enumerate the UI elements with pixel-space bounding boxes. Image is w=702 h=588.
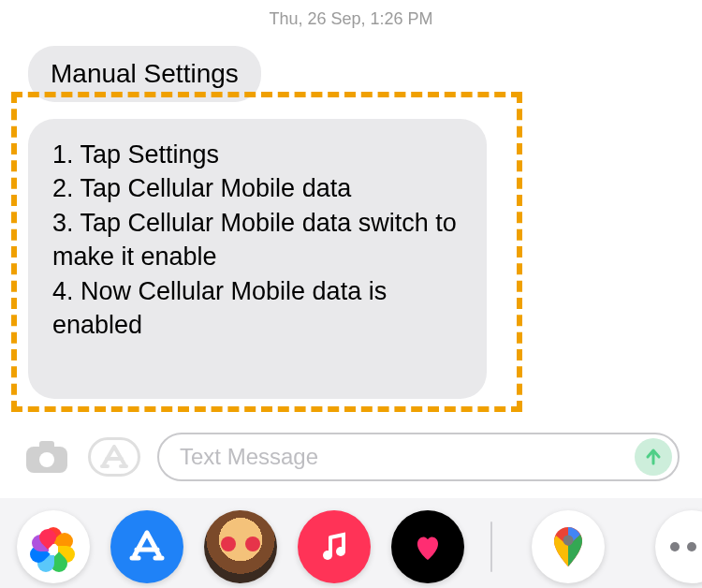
dock-app-photos[interactable] bbox=[17, 510, 90, 583]
svg-rect-1 bbox=[39, 441, 54, 450]
dock-separator bbox=[490, 522, 492, 572]
dock-app-memoji[interactable] bbox=[204, 510, 277, 583]
send-button[interactable] bbox=[635, 438, 672, 476]
heart-icon bbox=[409, 528, 446, 566]
music-note-icon bbox=[317, 530, 351, 564]
conversation-timestamp: Thu, 26 Sep, 1:26 PM bbox=[0, 0, 702, 29]
arrow-up-icon bbox=[643, 447, 664, 467]
compose-input[interactable]: Text Message bbox=[157, 433, 680, 481]
dock-app-health[interactable] bbox=[391, 510, 464, 583]
compose-row: Text Message bbox=[0, 429, 702, 485]
map-pin-icon bbox=[551, 525, 585, 568]
camera-icon[interactable] bbox=[22, 437, 71, 477]
svg-point-3 bbox=[323, 551, 332, 560]
dock-app-more[interactable] bbox=[655, 510, 702, 583]
message-bubble-title[interactable]: Manual Settings bbox=[28, 46, 261, 102]
message-bubble-steps[interactable]: 1. Tap Settings 2. Tap Cellular Mobile d… bbox=[28, 119, 487, 399]
appstore-icon bbox=[127, 527, 167, 566]
message-steps-text: 1. Tap Settings 2. Tap Cellular Mobile d… bbox=[52, 140, 457, 339]
message-title-text: Manual Settings bbox=[51, 59, 239, 88]
svg-point-2 bbox=[39, 452, 54, 467]
dock-app-music[interactable] bbox=[298, 510, 371, 583]
app-dock bbox=[0, 498, 702, 588]
memoji-icon bbox=[221, 537, 260, 551]
compose-placeholder: Text Message bbox=[180, 444, 318, 470]
app-drawer-icon[interactable] bbox=[88, 437, 140, 477]
more-icon bbox=[670, 542, 702, 551]
dock-app-googlemaps[interactable] bbox=[532, 510, 605, 583]
dock-app-appstore[interactable] bbox=[110, 510, 183, 583]
svg-point-5 bbox=[563, 536, 574, 546]
svg-point-4 bbox=[336, 547, 345, 556]
